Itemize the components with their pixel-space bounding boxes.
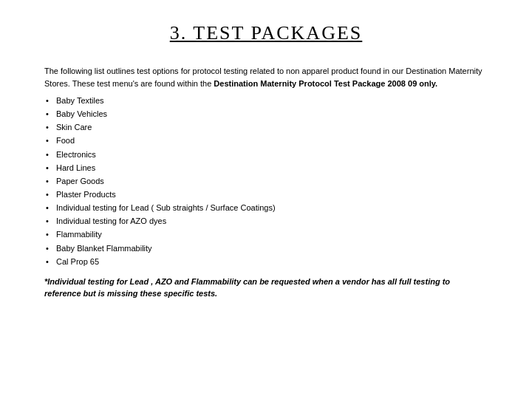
list-item: Individual testing for Lead ( Sub straig… — [44, 201, 488, 214]
list-item: Hard Lines — [44, 161, 488, 174]
list-item: Flammability — [44, 228, 488, 241]
list-item: Electronics — [44, 148, 488, 161]
list-item: Cal Prop 65 — [44, 255, 488, 268]
list-item: Plaster Products — [44, 188, 488, 201]
list-item: Skin Care — [44, 120, 488, 134]
list-item: Food — [44, 134, 488, 147]
list-item: Baby Vehicles — [44, 107, 488, 120]
page: 3. TEST PACKAGES The following list outl… — [0, 0, 532, 399]
list-item: Individual testing for AZO dyes — [44, 214, 488, 228]
list-item: Paper Goods — [44, 174, 488, 188]
list-item: Baby Textiles — [44, 94, 488, 107]
intro-paragraph: The following list outlines test options… — [44, 65, 488, 89]
bullet-list: Baby TextilesBaby VehiclesSkin CareFoodE… — [44, 94, 488, 268]
intro-bold-text: Destination Maternity Protocol Test Pack… — [214, 79, 437, 88]
page-title: 3. TEST PACKAGES — [44, 22, 488, 44]
footer-note: *Individual testing for Lead , AZO and F… — [44, 276, 488, 300]
list-item: Baby Blanket Flammability — [44, 242, 488, 255]
